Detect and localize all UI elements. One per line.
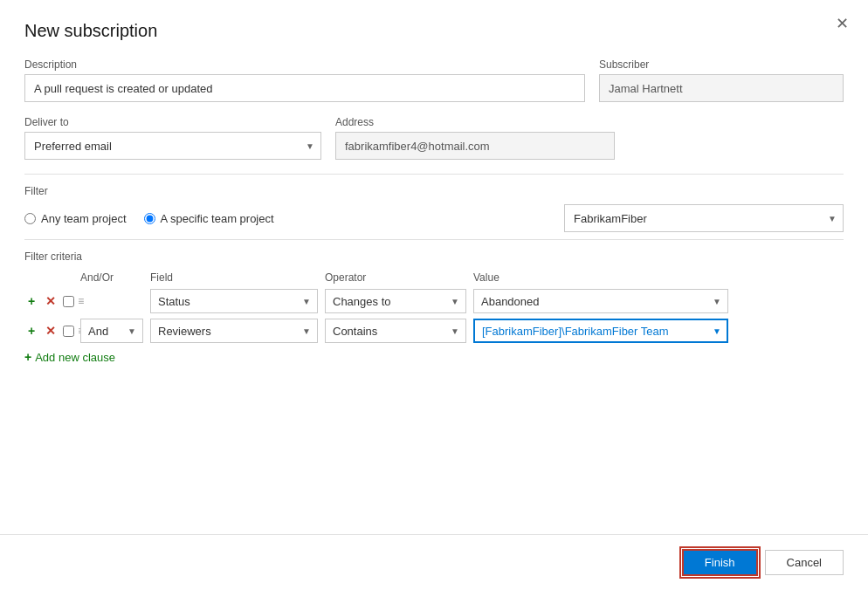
row2-and-or-cell: And Or ▼	[77, 319, 147, 343]
row1-actions: + ✕ ≡	[24, 293, 77, 309]
add-clause-button[interactable]: + Add new clause	[24, 348, 115, 366]
subscriber-input	[599, 74, 844, 102]
new-subscription-dialog: ✕ New subscription Description Subscribe…	[0, 0, 868, 590]
row2-remove-button[interactable]: ✕	[42, 323, 59, 339]
row2-operator-select[interactable]: Changes to Contains Equals	[325, 319, 466, 343]
row2-add-button[interactable]: +	[24, 323, 38, 339]
filter-criteria-label: Filter criteria	[24, 250, 844, 263]
project-select[interactable]: FabrikamFiber AnotherProject	[564, 204, 844, 232]
row1-operator-select[interactable]: Changes to Contains Equals	[325, 289, 466, 313]
close-button[interactable]: ✕	[830, 12, 854, 35]
address-input	[335, 132, 615, 160]
row2-field-select[interactable]: Status Repository Reviewers	[150, 319, 318, 343]
add-clause-label: Add new clause	[35, 351, 115, 364]
description-input[interactable]	[24, 74, 585, 102]
dialog-title: New subscription	[24, 21, 844, 41]
any-team-project-label: Any team project	[41, 212, 127, 225]
address-label: Address	[335, 116, 615, 128]
deliver-to-select[interactable]: Preferred email SOAP	[24, 132, 321, 160]
specific-team-project-option[interactable]: A specific team project	[144, 212, 274, 225]
row1-value-cell: Abandoned Active Completed ▼	[470, 289, 732, 313]
row2-actions: + ✕ ≡	[24, 323, 77, 339]
row2-value-select[interactable]: [FabrikamFiber]\FabrikamFiber Team	[473, 319, 728, 343]
dialog-footer: Finish Cancel	[0, 534, 868, 590]
col-field: Field	[147, 270, 321, 285]
row1-operator-cell: Changes to Contains Equals ▼	[321, 289, 470, 313]
row2-and-or-select[interactable]: And Or	[80, 319, 143, 343]
row1-checkbox[interactable]	[63, 296, 74, 307]
any-team-project-radio[interactable]	[24, 213, 36, 224]
any-team-project-option[interactable]: Any team project	[24, 212, 127, 225]
specific-team-project-radio[interactable]	[144, 213, 155, 224]
project-select-wrapper: FabrikamFiber AnotherProject ▼	[564, 204, 844, 232]
specific-team-project-label: A specific team project	[161, 212, 274, 225]
add-clause-plus-icon: +	[24, 350, 31, 364]
description-label: Description	[24, 58, 585, 71]
col-actions	[24, 270, 77, 285]
row1-value-select[interactable]: Abandoned Active Completed	[473, 289, 728, 313]
criteria-row: + ✕ ≡ And Or ▼ Status	[24, 319, 844, 343]
row1-field-cell: Status Repository Reviewers ▼	[147, 289, 321, 313]
cancel-button[interactable]: Cancel	[765, 550, 844, 575]
col-value: Value	[470, 270, 732, 285]
subscriber-label: Subscriber	[599, 58, 844, 71]
row2-checkbox[interactable]	[63, 326, 74, 337]
deliver-to-select-wrapper: Preferred email SOAP ▼	[24, 132, 321, 160]
col-and-or: And/Or	[77, 270, 147, 285]
deliver-to-label: Deliver to	[24, 116, 321, 128]
row2-field-cell: Status Repository Reviewers ▼	[147, 319, 321, 343]
col-operator: Operator	[321, 270, 470, 285]
row1-drag-handle-icon: ≡	[78, 295, 84, 307]
row2-operator-cell: Changes to Contains Equals ▼	[321, 319, 470, 343]
criteria-row: + ✕ ≡ Status Repository Reviewers ▼	[24, 289, 844, 313]
filter-label: Filter	[24, 185, 844, 197]
finish-button[interactable]: Finish	[682, 549, 758, 576]
row1-add-button[interactable]: +	[24, 293, 38, 309]
criteria-table-header: And/Or Field Operator Value	[24, 270, 844, 289]
row1-field-select[interactable]: Status Repository Reviewers	[150, 289, 318, 313]
row1-remove-button[interactable]: ✕	[42, 293, 59, 309]
row2-value-cell: [FabrikamFiber]\FabrikamFiber Team ▼	[470, 319, 732, 343]
